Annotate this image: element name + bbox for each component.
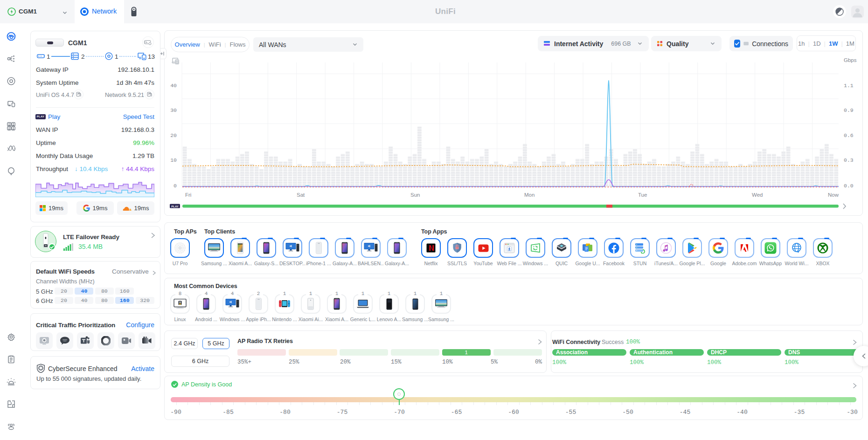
svg-text:40: 40 <box>170 82 177 89</box>
svg-text:Sun: Sun <box>410 192 420 198</box>
svg-text:10: 10 <box>170 157 177 163</box>
svg-text:Gbps: Gbps <box>844 57 857 63</box>
svg-text:Sat: Sat <box>297 192 305 198</box>
svg-text:Mon: Mon <box>524 192 535 198</box>
svg-text:0.3: 0.3 <box>844 157 854 163</box>
svg-text:1.1: 1.1 <box>844 82 854 89</box>
svg-text:30: 30 <box>170 107 177 113</box>
svg-text:0: 0 <box>174 183 177 189</box>
svg-text:Wed: Wed <box>752 192 763 198</box>
svg-text:0.9: 0.9 <box>844 107 854 113</box>
svg-text:Fri: Fri <box>185 192 191 198</box>
svg-text:0.0: 0.0 <box>844 183 854 189</box>
svg-text:Tue: Tue <box>638 192 647 198</box>
svg-text:0.6: 0.6 <box>844 132 854 138</box>
svg-text:20: 20 <box>170 132 177 138</box>
svg-text:PLAY: PLAY <box>171 205 178 208</box>
svg-text:Now: Now <box>828 192 839 198</box>
